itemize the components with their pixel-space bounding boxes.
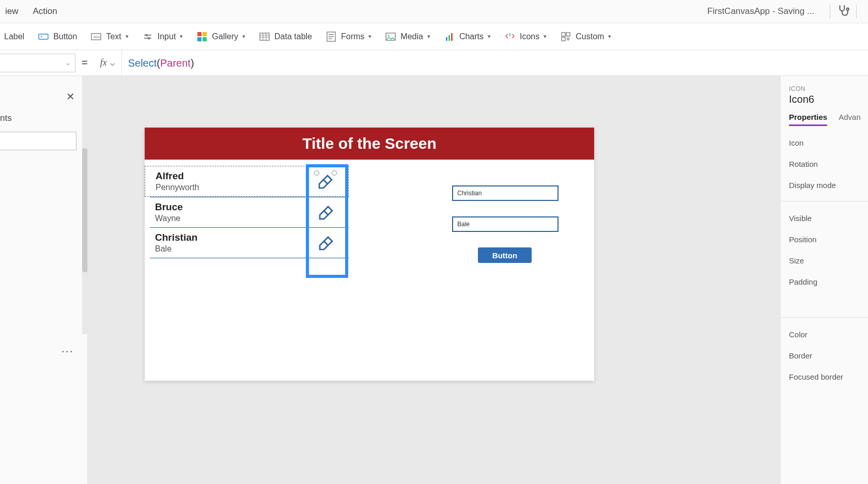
chevron-down-icon: ▾: [126, 33, 129, 40]
svg-rect-10: [203, 37, 207, 41]
insert-charts[interactable]: Charts ▾: [444, 31, 491, 42]
svg-point-6: [147, 37, 150, 39]
icons-text: Icons: [520, 32, 539, 41]
app-checker-icon[interactable]: [836, 4, 850, 19]
insert-forms[interactable]: Forms ▾: [326, 31, 371, 42]
insert-custom[interactable]: Custom ▾: [560, 31, 611, 42]
svg-rect-16: [448, 35, 450, 41]
svg-point-2: [41, 36, 42, 37]
gallery-text: Gallery: [212, 32, 238, 41]
insert-button[interactable]: Button: [38, 31, 77, 42]
menu-view[interactable]: iew: [5, 6, 19, 17]
eraser-icon[interactable]: [318, 205, 334, 223]
equals-sign: =: [82, 57, 88, 69]
chevron-down-icon: ▾: [544, 33, 547, 40]
insert-input[interactable]: Input ▾: [142, 31, 183, 42]
chevron-right-icon[interactable]: ›: [345, 177, 348, 190]
prop-row[interactable]: Position: [789, 235, 860, 244]
gallery-row[interactable]: Alfred Pennyworth ›: [145, 166, 349, 197]
divider: [856, 5, 857, 18]
eraser-icon[interactable]: [318, 235, 334, 254]
formula-input[interactable]: Select(Parent): [122, 57, 868, 69]
row-lastname: Wayne: [155, 214, 338, 223]
menu-action[interactable]: Action: [33, 6, 57, 17]
tab-advanced[interactable]: Advan: [839, 113, 861, 126]
svg-rect-11: [260, 33, 269, 40]
menu-bar: iew Action FirstCanvasApp - Saving ...: [0, 0, 868, 23]
insert-media[interactable]: Media ▾: [385, 31, 430, 42]
property-dropdown[interactable]: ⌵: [0, 54, 75, 72]
firstname-input[interactable]: Christian: [452, 185, 559, 201]
app-canvas[interactable]: Title of the Screen Alfred Pennyworth ›: [145, 128, 594, 381]
svg-rect-8: [203, 32, 207, 36]
insert-ribbon: Label Button Abc Text ▾ Input ▾ Gallery …: [0, 23, 868, 50]
forms-text: Forms: [341, 32, 364, 41]
lastname-input[interactable]: Bale: [452, 216, 559, 232]
chevron-down-icon: ⌵: [110, 58, 115, 68]
prop-row[interactable]: Display mode: [789, 181, 860, 190]
prop-row[interactable]: Color: [789, 330, 860, 339]
svg-rect-7: [197, 32, 202, 36]
tree-view-title: nts: [0, 113, 12, 123]
row-firstname: Christian: [155, 232, 338, 243]
input-text: Input: [158, 32, 176, 41]
custom-text: Custom: [576, 32, 604, 41]
submit-button[interactable]: Button: [478, 247, 532, 263]
close-icon[interactable]: ✕: [66, 90, 75, 103]
row-lastname: Pennyworth: [156, 183, 338, 192]
row-firstname: Bruce: [155, 201, 338, 213]
label-text: Label: [4, 32, 24, 41]
fx-button[interactable]: fx ⌵: [94, 50, 122, 75]
svg-point-5: [145, 34, 148, 36]
text-icon: Abc: [90, 31, 102, 42]
insert-label[interactable]: Label: [4, 32, 24, 41]
chevron-down-icon: ▾: [368, 33, 371, 40]
insert-datatable[interactable]: Data table: [259, 31, 312, 42]
prop-row[interactable]: Padding: [789, 277, 860, 286]
tree-search-input[interactable]: [0, 132, 76, 150]
prop-row[interactable]: Size: [789, 256, 860, 265]
gallery-icon: [196, 31, 208, 42]
prop-row[interactable]: Focused border: [789, 372, 860, 381]
svg-text:Abc: Abc: [94, 35, 101, 39]
svg-point-0: [847, 8, 849, 10]
divider: [830, 5, 830, 18]
media-text: Media: [400, 32, 423, 41]
gallery-row[interactable]: Christian Bale ›: [145, 228, 349, 258]
more-icon[interactable]: ···: [61, 345, 74, 358]
chevron-down-icon: ▾: [608, 33, 611, 40]
chevron-down-icon: ▾: [488, 33, 491, 40]
prop-row[interactable]: Visible: [789, 214, 860, 223]
text-text: Text: [106, 32, 121, 41]
formula-func: Select: [128, 57, 157, 69]
chevron-right-icon[interactable]: ›: [345, 238, 349, 252]
datatable-text: Data table: [274, 32, 312, 41]
svg-rect-20: [562, 37, 565, 41]
chevron-down-icon: ⌵: [66, 59, 70, 67]
fx-label: fx: [100, 57, 107, 68]
scrollbar-thumb[interactable]: [82, 148, 87, 272]
row-lastname: Bale: [155, 244, 338, 254]
row-firstname: Alfred: [156, 170, 338, 182]
prop-row[interactable]: Rotation: [789, 160, 860, 168]
datatable-icon: [259, 31, 270, 42]
prop-row[interactable]: Border: [789, 351, 860, 360]
gallery-row[interactable]: Bruce Wayne ›: [145, 197, 349, 227]
button-icon: [38, 31, 49, 42]
eraser-icon[interactable]: [317, 174, 334, 192]
chevron-down-icon: ▾: [427, 33, 430, 40]
tree-view-panel: ✕ nts ···: [0, 76, 88, 484]
input-icon: [142, 31, 153, 42]
properties-panel: ICON Icon6 Properties Advan Icon Rotatio…: [780, 76, 868, 484]
gallery-control[interactable]: Alfred Pennyworth › Bruce Wayne: [145, 166, 349, 263]
chevron-down-icon: ▾: [242, 33, 245, 40]
tab-properties[interactable]: Properties: [789, 113, 827, 126]
svg-point-14: [388, 35, 390, 36]
prop-row[interactable]: Icon: [789, 138, 860, 147]
control-type-label: ICON: [789, 85, 860, 92]
insert-gallery[interactable]: Gallery ▾: [196, 31, 245, 42]
custom-icon: [560, 31, 571, 42]
chevron-right-icon[interactable]: ›: [345, 208, 349, 221]
insert-icons[interactable]: Icons ▾: [504, 31, 547, 42]
insert-text[interactable]: Abc Text ▾: [90, 31, 128, 42]
